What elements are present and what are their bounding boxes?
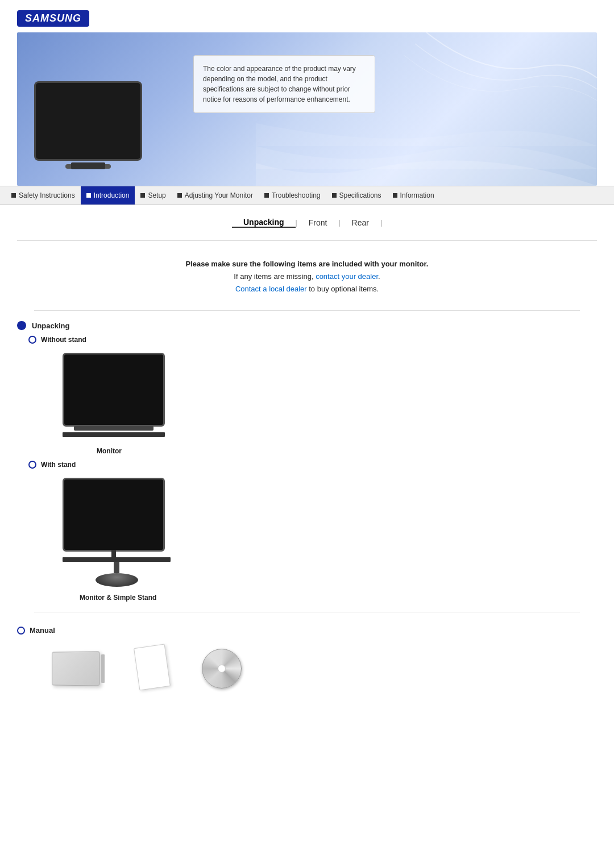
page-header: SAMSUNG The color and appearance of the … bbox=[0, 0, 614, 186]
intro-line2: If any items are missing, contact your d… bbox=[17, 270, 597, 283]
nav-bullet-troubleshooting bbox=[264, 193, 269, 198]
tab-sep-3: | bbox=[380, 219, 382, 227]
tab-front[interactable]: Front bbox=[297, 218, 339, 227]
divider-after-unpacking bbox=[34, 612, 580, 612]
without-stand-title: Without stand bbox=[41, 336, 86, 344]
manual-section: Manual bbox=[17, 626, 597, 688]
monitor-with-stand-group bbox=[63, 478, 171, 587]
manual-book-icon bbox=[51, 652, 102, 688]
monitor-bottom-bar bbox=[63, 432, 165, 437]
manual-book-shape bbox=[52, 652, 99, 686]
manual-bullet bbox=[17, 627, 25, 635]
manual-title: Manual bbox=[30, 626, 55, 635]
nav-item-specifications[interactable]: Specifications bbox=[326, 186, 387, 205]
intro-line2-end: . bbox=[378, 272, 380, 281]
manual-section-header: Manual bbox=[17, 626, 597, 635]
manual-item-paper bbox=[136, 646, 168, 688]
without-stand-bullet bbox=[28, 336, 36, 344]
nav-label-intro: Introduction bbox=[94, 191, 130, 199]
tab-unpacking[interactable]: Unpacking bbox=[232, 218, 296, 228]
manual-book-spine bbox=[101, 654, 105, 683]
unpacking-section-header: Unpacking bbox=[17, 321, 597, 330]
nav-item-troubleshooting[interactable]: Troubleshooting bbox=[259, 186, 326, 205]
intro-line3-end: to buy optional items. bbox=[307, 285, 379, 293]
manual-paper-shape bbox=[134, 644, 171, 691]
monitor-with-stand-image bbox=[63, 478, 165, 552]
intro-line1: Please make sure the following items are… bbox=[17, 258, 597, 270]
manual-item-book bbox=[51, 652, 102, 688]
contact-dealer-link[interactable]: contact your dealer bbox=[316, 272, 378, 281]
nav-bullet-information bbox=[393, 193, 397, 198]
nav-label-adjusting: Adjusting Your Monitor bbox=[185, 191, 253, 199]
without-stand-header: Without stand bbox=[17, 336, 597, 344]
main-content: Please make sure the following items are… bbox=[0, 248, 614, 688]
monitor-without-stand-display: Monitor bbox=[63, 353, 597, 455]
monitor-stand-pole bbox=[114, 562, 119, 573]
hero-notice-box: The color and appearance of the product … bbox=[193, 55, 375, 113]
monitor-with-stand-label: Monitor & Simple Stand bbox=[80, 594, 156, 602]
divider-top bbox=[17, 240, 597, 241]
nav-bullet-adjusting bbox=[177, 193, 182, 198]
nav-bullet-specifications bbox=[332, 193, 337, 198]
monitor-without-stand-image bbox=[63, 353, 165, 427]
manual-cd-hole bbox=[218, 665, 226, 673]
manual-items-row bbox=[51, 646, 597, 688]
with-stand-bullet bbox=[28, 461, 36, 469]
tab-rear[interactable]: Rear bbox=[341, 218, 380, 227]
divider-after-intro bbox=[34, 310, 580, 311]
intro-text: Please make sure the following items are… bbox=[17, 248, 597, 303]
nav-label-safety: Safety Instructions bbox=[19, 191, 75, 199]
hero-monitor-illustration bbox=[34, 81, 142, 169]
with-stand-title: With stand bbox=[41, 461, 76, 469]
nav-label-setup: Setup bbox=[148, 191, 165, 199]
monitor-with-stand-bar bbox=[63, 557, 171, 562]
nav-bar: Safety Instructions Introduction Setup A… bbox=[0, 186, 614, 205]
unpacking-title: Unpacking bbox=[32, 322, 69, 330]
hero-banner: The color and appearance of the product … bbox=[17, 32, 597, 186]
unpacking-bullet bbox=[17, 321, 26, 330]
samsung-logo: SAMSUNG bbox=[17, 10, 89, 27]
nav-label-specifications: Specifications bbox=[339, 191, 381, 199]
nav-item-information[interactable]: Information bbox=[387, 186, 440, 205]
monitor-shape bbox=[34, 81, 142, 161]
manual-item-cd bbox=[202, 649, 242, 688]
nav-label-troubleshooting: Troubleshooting bbox=[272, 191, 321, 199]
monitor-label: Monitor bbox=[97, 447, 122, 455]
nav-item-adjusting[interactable]: Adjusting Your Monitor bbox=[172, 186, 259, 205]
tabs-row: Unpacking | Front | Rear | bbox=[0, 205, 614, 233]
nav-item-setup[interactable]: Setup bbox=[135, 186, 171, 205]
manual-cd-wrapper bbox=[202, 649, 242, 688]
nav-bullet-setup bbox=[140, 193, 145, 198]
nav-item-intro[interactable]: Introduction bbox=[81, 186, 135, 205]
nav-bullet-safety bbox=[11, 193, 16, 198]
local-dealer-link[interactable]: Contact a local dealer bbox=[235, 285, 307, 293]
monitor-stand-base bbox=[96, 573, 138, 587]
nav-label-information: Information bbox=[400, 191, 434, 199]
nav-item-safety[interactable]: Safety Instructions bbox=[6, 186, 81, 205]
intro-line3: Contact a local dealer to buy optional i… bbox=[17, 283, 597, 295]
intro-line2-start: If any items are missing, bbox=[234, 272, 316, 281]
hero-notice-text: The color and appearance of the product … bbox=[203, 65, 356, 103]
monitor-with-stand-display: Monitor & Simple Stand bbox=[63, 478, 597, 602]
nav-bullet-intro bbox=[86, 193, 91, 198]
with-stand-header: With stand bbox=[17, 461, 597, 469]
